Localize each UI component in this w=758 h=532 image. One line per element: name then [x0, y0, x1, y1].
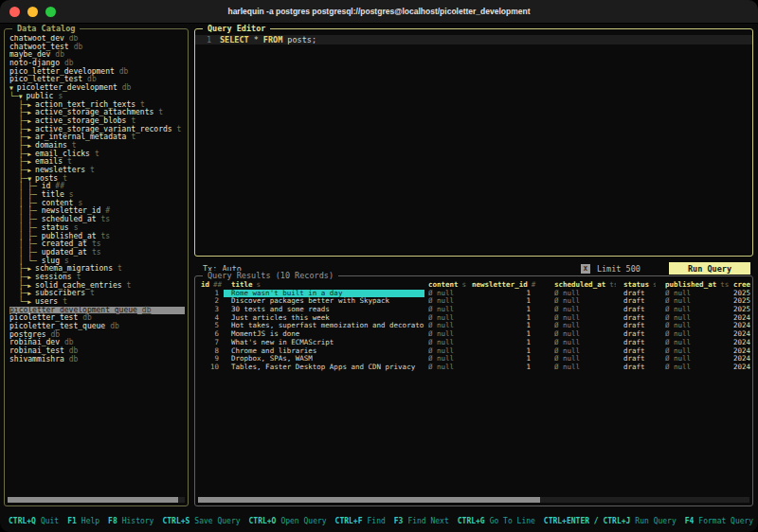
table-cell[interactable]: Ø null: [544, 290, 616, 298]
table-cell[interactable]: 2025: [733, 290, 750, 298]
table-cell[interactable]: Ø null: [544, 314, 616, 323]
table-cell[interactable]: draft: [616, 330, 656, 339]
table-cell[interactable]: draft: [616, 314, 656, 323]
minimize-button[interactable]: [27, 7, 38, 17]
maximize-button[interactable]: [45, 7, 56, 17]
table-cell[interactable]: Ø null: [424, 322, 472, 330]
table-cell[interactable]: draft: [616, 355, 656, 364]
table-cell[interactable]: Ø null: [424, 347, 472, 356]
table-cell[interactable]: Ø null: [544, 355, 616, 364]
table-cell[interactable]: Just articles this week: [224, 314, 424, 323]
table-cell[interactable]: 8: [197, 347, 224, 356]
limit-checkbox[interactable]: X: [581, 264, 590, 274]
hotkey-item[interactable]: F8History: [108, 517, 153, 525]
chevron-right-icon[interactable]: ▶: [27, 158, 35, 166]
table-cell[interactable]: Ø null: [544, 306, 616, 314]
table-cell[interactable]: 1: [472, 330, 544, 339]
table-cell[interactable]: draft: [616, 364, 656, 372]
table-cell[interactable]: Ø null: [544, 364, 616, 372]
table-cell[interactable]: 10: [197, 364, 224, 372]
chevron-right-icon[interactable]: ▶: [27, 282, 35, 290]
table-cell[interactable]: Ø null: [656, 364, 733, 372]
column-header[interactable]: statuss: [616, 281, 656, 290]
table-cell[interactable]: Ø null: [424, 290, 472, 298]
chevron-right-icon[interactable]: ▶: [27, 265, 35, 273]
table-cell[interactable]: Ø null: [424, 314, 472, 323]
table-cell[interactable]: Ø null: [544, 347, 616, 356]
table-cell[interactable]: 3: [197, 306, 224, 314]
table-cell[interactable]: 2024: [733, 339, 750, 347]
table-cell[interactable]: draft: [616, 290, 656, 298]
table-cell[interactable]: Discover packages better with Skypack: [224, 297, 424, 306]
table-cell[interactable]: 2025: [733, 297, 750, 306]
table-cell[interactable]: draft: [616, 306, 656, 314]
table-cell[interactable]: draft: [616, 322, 656, 330]
table-cell[interactable]: Ø null: [424, 364, 472, 372]
hotkey-item[interactable]: CTRL+FFind: [335, 517, 386, 525]
column-header[interactable]: titles: [224, 281, 424, 290]
chevron-right-icon[interactable]: ▶: [27, 133, 35, 141]
table-cell[interactable]: 30 texts and some reads: [224, 306, 424, 314]
catalog-item[interactable]: shivammishradb: [9, 356, 185, 364]
table-cell[interactable]: Ø null: [656, 330, 733, 339]
table-cell[interactable]: Ø null: [424, 306, 472, 314]
table-cell[interactable]: draft: [616, 339, 656, 347]
table-cell[interactable]: Ø null: [656, 322, 733, 330]
table-cell[interactable]: Ø null: [656, 339, 733, 347]
results-hscrollbar-thumb[interactable]: [198, 497, 540, 503]
table-cell[interactable]: Ø null: [544, 322, 616, 330]
table-cell[interactable]: 2024: [733, 364, 750, 372]
table-cell[interactable]: 4: [197, 314, 224, 323]
table-cell[interactable]: 2024: [733, 355, 750, 364]
table-cell[interactable]: 5: [197, 322, 224, 330]
results-hscrollbar[interactable]: [198, 497, 749, 503]
column-header[interactable]: scheduled_atts: [544, 281, 616, 290]
table-cell[interactable]: Ø null: [656, 347, 733, 356]
table-cell[interactable]: Ø null: [424, 330, 472, 339]
chevron-right-icon[interactable]: ▶: [27, 126, 35, 133]
table-cell[interactable]: 2024: [733, 314, 750, 323]
hotkey-item[interactable]: CTRL+QQuit: [9, 517, 59, 525]
hotkey-item[interactable]: CTRL+GGo To Line: [458, 517, 535, 525]
table-cell[interactable]: draft: [616, 297, 656, 306]
chevron-right-icon[interactable]: ▶: [27, 109, 35, 116]
table-cell[interactable]: Ø null: [424, 355, 472, 364]
table-cell[interactable]: 1: [472, 347, 544, 356]
table-cell[interactable]: 2024: [733, 347, 750, 356]
table-cell[interactable]: 1: [472, 355, 544, 364]
table-cell[interactable]: Ø null: [656, 355, 733, 364]
table-cell[interactable]: 9: [197, 355, 224, 364]
table-cell[interactable]: Hot takes, superfast memoization and dec…: [224, 322, 424, 330]
table-cell[interactable]: 1: [472, 322, 544, 330]
editor-current-line[interactable]: 1 SELECT * FROM posts;: [195, 35, 752, 44]
table-cell[interactable]: 1: [472, 314, 544, 323]
chevron-right-icon[interactable]: ▶: [27, 151, 35, 158]
column-header[interactable]: id##: [197, 281, 224, 290]
close-button[interactable]: [9, 7, 20, 17]
limit-label[interactable]: Limit 500: [597, 264, 641, 274]
catalog-hscrollbar[interactable]: [8, 497, 185, 503]
table-cell[interactable]: 7: [197, 339, 224, 347]
table-cell[interactable]: 2025: [733, 306, 750, 314]
column-header[interactable]: published_atts: [656, 281, 733, 290]
table-cell[interactable]: Ø null: [544, 339, 616, 347]
table-cell[interactable]: 1: [472, 339, 544, 347]
table-cell[interactable]: Ø null: [544, 297, 616, 306]
hotkey-item[interactable]: CTRL+OOpen Query: [249, 517, 327, 525]
hotkey-item[interactable]: F4Format Query: [685, 517, 753, 525]
table-cell[interactable]: Rome wasn't built in a day: [224, 290, 424, 298]
table-cell[interactable]: 1: [472, 306, 544, 314]
table-cell[interactable]: Ø null: [656, 290, 733, 298]
table-cell[interactable]: Ø null: [424, 297, 472, 306]
table-cell[interactable]: Chrome and libraries: [224, 347, 424, 356]
table-cell[interactable]: 6: [197, 330, 224, 339]
chevron-right-icon[interactable]: ▶: [27, 274, 35, 281]
table-cell[interactable]: 1: [472, 364, 544, 372]
table-cell[interactable]: What's new in ECMAScript: [224, 339, 424, 347]
table-cell[interactable]: 1: [472, 297, 544, 306]
column-header[interactable]: contents: [424, 281, 472, 290]
column-header[interactable]: newsletter_id#: [472, 281, 544, 290]
chevron-right-icon[interactable]: ▶: [27, 167, 35, 174]
table-cell[interactable]: 1: [197, 290, 224, 298]
table-cell[interactable]: Ø null: [656, 297, 733, 306]
